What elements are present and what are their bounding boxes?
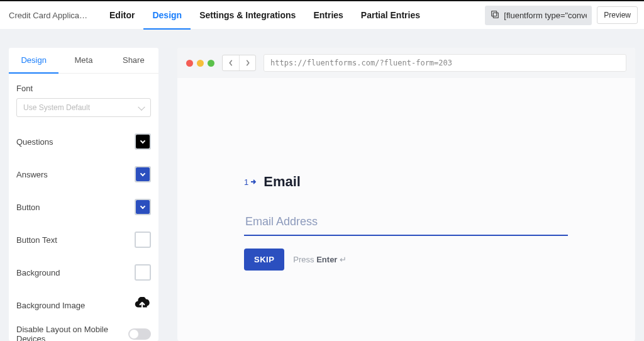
color-label-button: Button xyxy=(16,203,40,212)
browser-chrome: https://fluentforms.com/?fluent-form=203 xyxy=(177,48,635,78)
tab-design[interactable]: Design xyxy=(143,1,191,29)
chevron-down-icon xyxy=(140,171,145,176)
design-sidebar: Design Meta Share Font Use System Defaul… xyxy=(9,48,158,341)
svg-rect-0 xyxy=(494,13,499,18)
tab-entries[interactable]: Entries xyxy=(304,1,352,29)
color-swatch-answers[interactable] xyxy=(135,166,151,182)
address-bar: https://fluentforms.com/?fluent-form=203 xyxy=(264,54,626,72)
tab-editor[interactable]: Editor xyxy=(101,1,143,29)
traffic-light-min-icon xyxy=(197,60,204,67)
color-swatch-button-text[interactable] xyxy=(135,232,151,248)
color-swatch-background[interactable] xyxy=(135,264,151,281)
upload-icon[interactable] xyxy=(133,297,151,313)
copy-icon xyxy=(490,9,500,21)
shortcode-text: [fluentform type="conver xyxy=(504,11,587,20)
toggle-label-mobile: Disable Layout on Mobile Devices xyxy=(16,325,111,341)
traffic-light-close-icon xyxy=(186,60,193,67)
color-label-questions: Questions xyxy=(16,137,53,147)
tab-partial-entries[interactable]: Partial Entries xyxy=(352,1,429,29)
font-label: Font xyxy=(16,84,151,93)
nav-forward-button[interactable] xyxy=(239,55,255,70)
question-label: Email xyxy=(264,174,301,190)
side-tab-design[interactable]: Design xyxy=(9,48,58,74)
preview-button[interactable]: Preview xyxy=(597,6,638,24)
preview-canvas: https://fluentforms.com/?fluent-form=203… xyxy=(177,48,635,341)
color-label-answers: Answers xyxy=(16,170,48,179)
chevron-down-icon xyxy=(140,204,145,209)
question-number: 1 xyxy=(244,177,257,187)
side-tab-share[interactable]: Share xyxy=(109,48,158,74)
bg-image-label: Background Image xyxy=(16,301,85,310)
shortcode-box[interactable]: [fluentform type="conver xyxy=(485,6,592,25)
color-label-background: Background xyxy=(16,268,60,277)
color-swatch-questions[interactable] xyxy=(135,133,151,150)
chevron-down-icon xyxy=(140,138,145,143)
enter-key-icon: ↵ xyxy=(337,255,347,264)
color-label-button-text: Button Text xyxy=(16,235,57,245)
arrow-right-icon xyxy=(250,178,257,186)
tab-settings[interactable]: Settings & Integrations xyxy=(191,1,304,29)
font-select[interactable]: Use System Default xyxy=(16,98,151,117)
nav-back-button[interactable] xyxy=(223,55,239,70)
side-tab-meta[interactable]: Meta xyxy=(58,48,108,74)
email-input[interactable] xyxy=(244,211,568,236)
toggle-mobile[interactable] xyxy=(128,328,151,340)
form-name: Credit Card Applica… xyxy=(9,11,97,20)
main-tabs: Editor Design Settings & Integrations En… xyxy=(101,1,429,29)
skip-button[interactable]: SKIP xyxy=(244,249,284,271)
color-swatch-button[interactable] xyxy=(135,199,151,215)
svg-rect-1 xyxy=(492,11,497,16)
enter-hint: Press Enter ↵ xyxy=(293,255,347,264)
traffic-light-max-icon xyxy=(208,60,214,67)
